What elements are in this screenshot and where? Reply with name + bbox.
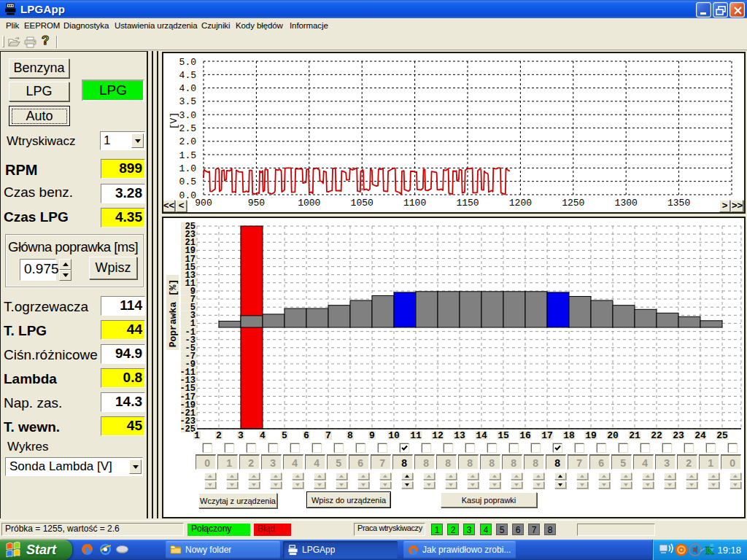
svg-text:20: 20 (607, 430, 619, 441)
svg-text:19: 19 (585, 430, 597, 441)
svg-text:950: 950 (248, 198, 265, 209)
svg-text:25: 25 (716, 430, 728, 441)
svg-text:16: 16 (519, 430, 531, 441)
svg-text:15: 15 (498, 430, 509, 441)
svg-text:2: 2 (216, 430, 222, 441)
svg-text:22: 22 (651, 430, 662, 441)
svg-text:11: 11 (410, 430, 422, 441)
svg-text:900: 900 (195, 198, 212, 209)
svg-text:3: 3 (238, 430, 244, 441)
svg-text:1150: 1150 (456, 198, 479, 209)
svg-text:1.5: 1.5 (179, 150, 196, 161)
svg-text:1300: 1300 (615, 198, 638, 209)
svg-text:24: 24 (694, 430, 706, 441)
svg-text:23: 23 (673, 430, 684, 441)
svg-text:8: 8 (347, 430, 353, 441)
svg-text:7: 7 (325, 430, 331, 441)
svg-text:1000: 1000 (298, 198, 320, 209)
svg-text:1050: 1050 (351, 198, 374, 209)
svg-text:5.0: 5.0 (179, 57, 196, 68)
svg-text:1200: 1200 (509, 198, 532, 209)
svg-text:1250: 1250 (562, 198, 584, 209)
svg-text:1100: 1100 (403, 198, 426, 209)
svg-text:21: 21 (629, 430, 640, 441)
svg-text:4: 4 (260, 430, 266, 441)
svg-text:4.5: 4.5 (179, 70, 196, 81)
svg-text:9: 9 (369, 430, 375, 441)
svg-text:6: 6 (303, 430, 309, 441)
svg-text:2.5: 2.5 (179, 123, 196, 134)
svg-text:2.0: 2.0 (179, 136, 196, 147)
svg-text:17: 17 (541, 430, 553, 441)
svg-text:14: 14 (476, 430, 487, 441)
svg-text:Poprawka [%]: Poprawka [%] (168, 279, 179, 348)
svg-text:-25: -25 (179, 424, 196, 435)
svg-text:10: 10 (388, 430, 400, 441)
svg-text:3.5: 3.5 (179, 96, 196, 107)
svg-text:4.0: 4.0 (179, 83, 196, 94)
svg-text:1: 1 (194, 430, 200, 441)
svg-text:13: 13 (454, 430, 465, 441)
svg-text:12: 12 (432, 430, 444, 441)
svg-text:5: 5 (282, 430, 287, 441)
svg-text:1.0: 1.0 (179, 163, 196, 174)
svg-text:1350: 1350 (667, 198, 690, 209)
svg-text:3.0: 3.0 (179, 110, 196, 121)
svg-text:18: 18 (563, 430, 575, 441)
svg-text:[V]: [V] (169, 112, 179, 129)
svg-text:0.5: 0.5 (179, 176, 196, 187)
